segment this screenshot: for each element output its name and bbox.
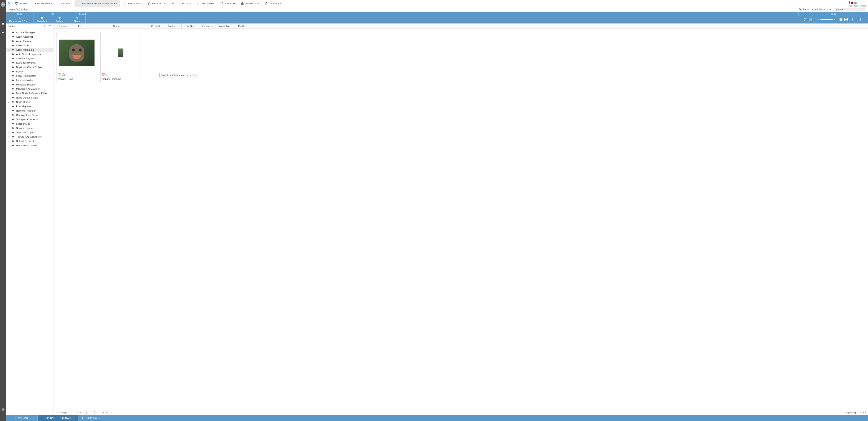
expand-arrow-icon[interactable]: › bbox=[7, 49, 10, 51]
tree-item[interactable]: MS Azure Autotagger bbox=[6, 87, 53, 91]
page-input[interactable] bbox=[69, 411, 75, 414]
tree-item[interactable]: Asset Exporter bbox=[6, 39, 53, 43]
nav-products[interactable]: PRODUCTS bbox=[145, 0, 168, 7]
toolbar: Extensions & Con... Metadata Delete Shar… bbox=[6, 16, 868, 24]
zoom-in-icon[interactable]: + bbox=[833, 18, 835, 21]
tree-item[interactable]: ›Asset Validation bbox=[6, 48, 53, 52]
expand-bottom-icon[interactable] bbox=[861, 415, 868, 421]
pagesize-value[interactable]: 15 bbox=[101, 411, 104, 414]
power-icon[interactable] bbox=[1, 415, 5, 420]
expand-arrow-icon[interactable]: › bbox=[7, 101, 10, 103]
tree-item[interactable]: Local Hotfolder bbox=[6, 78, 53, 82]
upload-button[interactable]: UPLOAD BROWSE bbox=[38, 415, 79, 421]
col-created[interactable]: Created bbox=[147, 24, 164, 28]
metadata-button[interactable]: Metadata bbox=[33, 16, 51, 24]
share-button[interactable]: Share bbox=[68, 16, 86, 24]
nav-workspace[interactable]: WORKSPACE bbox=[30, 0, 56, 7]
user-avatar[interactable]: BA bbox=[1, 2, 5, 7]
browse-button[interactable]: BROWSE bbox=[59, 416, 75, 420]
panel-single-icon[interactable] bbox=[852, 18, 856, 21]
rail-expand-icon[interactable] bbox=[1, 30, 5, 35]
profile-menu[interactable]: Profile bbox=[799, 8, 809, 11]
expand-arrow-icon[interactable]: › bbox=[7, 140, 10, 142]
tree-item[interactable]: Duplicate Check & Sync bbox=[6, 65, 53, 69]
tree-item[interactable]: ›Asset Approval bbox=[6, 34, 53, 39]
zoom-out-icon[interactable]: − bbox=[817, 18, 819, 21]
nav-home[interactable]: HOME bbox=[12, 0, 30, 7]
tree-item[interactable]: Metadata Mapper bbox=[6, 82, 53, 87]
tree-item[interactable]: Focal Point Setter bbox=[6, 74, 53, 78]
col-name[interactable]: Name bbox=[86, 24, 147, 28]
tree-item[interactable]: Showpad Connector bbox=[6, 117, 53, 121]
list-view-icon[interactable] bbox=[840, 18, 843, 21]
search-input[interactable] bbox=[836, 8, 860, 11]
delete-button[interactable]: Delete bbox=[51, 16, 68, 24]
tree-item[interactable]: Custom Previews bbox=[6, 61, 53, 65]
tree-item[interactable]: EyeEm bbox=[6, 69, 53, 74]
next-page-icon[interactable]: ⟩ bbox=[83, 411, 84, 414]
tree-item[interactable]: Post Migration bbox=[6, 104, 53, 109]
tree-item[interactable]: ›Auto Node Assignment bbox=[6, 52, 53, 56]
first-page-icon[interactable]: |⟨ bbox=[56, 411, 57, 414]
panel-split-icon[interactable] bbox=[857, 18, 861, 21]
tree-item[interactable]: ›Archive Manager bbox=[6, 30, 53, 34]
search-icon[interactable] bbox=[862, 8, 864, 11]
columns-icon[interactable] bbox=[809, 18, 813, 21]
expand-arrow-icon[interactable]: › bbox=[7, 36, 10, 38]
monitor-icon bbox=[15, 2, 18, 5]
tree-item[interactable]: Wordpress Connect bbox=[6, 143, 53, 148]
rail-layers-icon[interactable] bbox=[1, 22, 5, 27]
zoom-slider[interactable]: − + bbox=[817, 18, 835, 21]
app-logo-icon[interactable]: ✕ bbox=[6, 0, 12, 7]
tree-item[interactable]: Remove from Node bbox=[6, 113, 53, 117]
tree-item[interactable]: Remote Hotfolder bbox=[6, 109, 53, 113]
asset-card[interactable]: monkey_small.jpg bbox=[100, 32, 141, 82]
tree-item[interactable]: Asset Order bbox=[6, 43, 53, 48]
prev-page-icon[interactable]: ⟨ bbox=[59, 411, 60, 414]
tree-item[interactable]: ›Structure Copy bbox=[6, 130, 53, 135]
tree-view-icon[interactable] bbox=[803, 18, 807, 21]
tree-item[interactable]: ›TYPO3 FAL Connector bbox=[6, 135, 53, 139]
nav-extensions-connectors[interactable]: EXTENSIONS & CONNECTORS bbox=[74, 0, 120, 7]
nav-keywords[interactable]: KEYWORDS bbox=[120, 0, 145, 7]
download-button[interactable]: DOWNLOAD 0 | 0 bbox=[6, 415, 38, 421]
col-modifier[interactable]: Modifier bbox=[234, 24, 251, 28]
asset-card[interactable]: ⊟ R monkey_ß.jpg bbox=[57, 32, 97, 82]
help-icon[interactable]: ? bbox=[1, 407, 5, 412]
tree-item[interactable]: ›Upload Request bbox=[6, 139, 53, 143]
col-id[interactable]: ID bbox=[73, 24, 86, 28]
expand-arrow-icon[interactable]: › bbox=[7, 31, 10, 34]
expand-arrow-icon[interactable]: › bbox=[7, 136, 10, 138]
tree-item[interactable]: ›Node Merger bbox=[6, 100, 53, 104]
last-page-icon[interactable]: ⟩| bbox=[85, 411, 87, 414]
nav-statistics[interactable]: STATISTICS bbox=[238, 0, 262, 7]
add-button[interactable]: Extensions & Con... bbox=[6, 16, 33, 24]
tree-item[interactable]: CarbonCopy Test bbox=[6, 56, 53, 61]
col-filesize[interactable]: File Size bbox=[182, 24, 199, 28]
tree-item[interactable]: Multi Node Reference Editor bbox=[6, 91, 53, 95]
pagesize-dropdown-icon[interactable] bbox=[105, 411, 108, 414]
nav-trash-bin[interactable]: TRASH BIN bbox=[262, 0, 285, 7]
nav-search[interactable]: SEARCH bbox=[217, 0, 238, 7]
panel-bottom-icon[interactable] bbox=[862, 18, 865, 21]
expand-arrow-icon[interactable]: › bbox=[7, 131, 10, 134]
grid-view-icon[interactable] bbox=[844, 18, 848, 21]
lookup-search-icon[interactable] bbox=[44, 25, 47, 28]
expand-arrow-icon[interactable]: › bbox=[7, 53, 10, 55]
col-preview[interactable]: Preview bbox=[54, 24, 73, 28]
tree-item[interactable]: Node Deletion Task bbox=[6, 95, 53, 100]
col-modified[interactable]: Modified bbox=[164, 24, 182, 28]
lookup-refresh-icon[interactable] bbox=[49, 25, 52, 28]
tree-item[interactable]: Smint.io connect bbox=[6, 126, 53, 130]
clipboard-button[interactable]: CLIPBOARD bbox=[79, 415, 104, 421]
nav-public[interactable]: PUBLIC bbox=[56, 0, 75, 7]
tree-item[interactable]: Sidebar Map bbox=[6, 121, 53, 126]
nav-transfer[interactable]: TRANSFER bbox=[194, 0, 217, 7]
col-assettype[interactable]: Asset Type bbox=[216, 24, 234, 28]
col-creator[interactable]: Creator▲ bbox=[199, 24, 216, 28]
global-search[interactable] bbox=[835, 8, 865, 11]
administration-menu[interactable]: Administration bbox=[812, 8, 832, 11]
refresh-icon[interactable] bbox=[93, 411, 96, 414]
nav-collection[interactable]: COLLECTION bbox=[168, 0, 194, 7]
lookup-input[interactable] bbox=[8, 25, 43, 28]
